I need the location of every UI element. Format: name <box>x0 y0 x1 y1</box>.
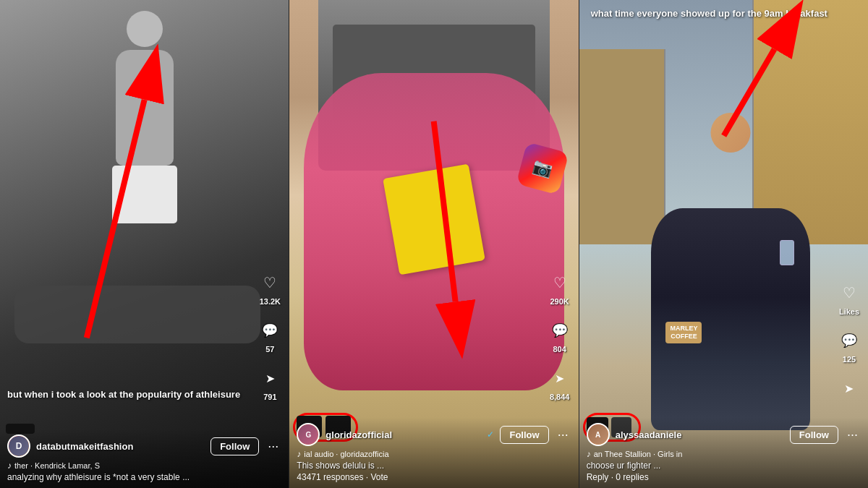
panel-3-side-icons: ♡ Likes 💬 125 ➤ <box>836 280 862 401</box>
more-button-3[interactable]: ··· <box>844 427 861 442</box>
video-panel-1: but when i took a look at the popularity… <box>0 0 289 488</box>
more-button-1[interactable]: ··· <box>265 439 281 454</box>
description-3: choose ur fighter ... <box>587 461 861 471</box>
comments-count-3: 125 <box>843 355 856 364</box>
verified-badge-2: ✓ <box>487 429 494 440</box>
likes-group-2[interactable]: ♡ 290K <box>547 270 573 306</box>
shares-group-3[interactable]: ➤ <box>836 375 862 401</box>
music-note-1: ♪ <box>7 461 12 471</box>
video-panel-2: 📷 ♡ 290K 💬 804 <box>289 0 579 488</box>
likes-label-3: Likes <box>839 307 859 316</box>
music-note-3: ♪ <box>587 449 591 459</box>
comments-count-2: 804 <box>553 345 566 354</box>
heart-icon-3[interactable]: ♡ <box>836 280 862 306</box>
comment-icon-3[interactable]: 💬 <box>836 328 862 354</box>
response-text-3: Reply · 0 replies <box>587 472 861 482</box>
video-panel-3: MARLEYCOFFEE what time everyone showed u… <box>579 0 868 488</box>
share-icon-3[interactable]: ➤ <box>836 375 862 401</box>
likes-group-1[interactable]: ♡ 13.2K <box>257 270 283 306</box>
comments-count-1: 57 <box>265 345 274 354</box>
avatar-1[interactable]: D <box>7 435 30 458</box>
avatar-3[interactable]: A <box>587 423 610 446</box>
comments-group-3[interactable]: 💬 125 <box>836 328 862 364</box>
comments-group-1[interactable]: 💬 57 <box>257 317 283 354</box>
shares-count-1: 791 <box>263 393 276 401</box>
panel-1-caption: but when i took a look at the popularity… <box>7 388 252 401</box>
marley-coffee-sign: MARLEYCOFFEE <box>665 322 702 343</box>
panel-1-bottom-bar: D databutmakeitfashion Follow ··· ♪ ther… <box>0 429 289 488</box>
heart-icon-2[interactable]: ♡ <box>547 270 573 296</box>
share-icon-1[interactable]: ➤ <box>257 365 283 391</box>
follow-button-1[interactable]: Follow <box>210 437 259 455</box>
follow-button-3[interactable]: Follow <box>790 426 838 444</box>
music-note-2: ♪ <box>297 449 301 459</box>
description-1: analyzing why athleisure is *not a very … <box>7 472 281 482</box>
response-text-2: 43471 responses · Vote <box>297 472 571 482</box>
likes-count-2: 290K <box>550 297 569 306</box>
likes-group-3[interactable]: ♡ Likes <box>836 280 862 316</box>
panel-3-caption: what time everyone showed up for the 9am… <box>587 7 832 20</box>
panel-1-side-icons: ♡ 13.2K 💬 57 ➤ 791 <box>257 270 283 401</box>
avatar-2[interactable]: G <box>297 423 320 446</box>
comment-icon-2[interactable]: 💬 <box>547 317 573 343</box>
comments-group-2[interactable]: 💬 804 <box>547 317 573 354</box>
more-button-2[interactable]: ··· <box>555 427 571 442</box>
username-3: alyssaadaniele <box>616 429 784 440</box>
panel-2-bottom-bar: G gloridazofficial ✓ Follow ··· ♪ ial au… <box>289 417 578 488</box>
sound-text-1: ther · Kendrick Lamar, S <box>14 461 100 470</box>
username-1: databutmakeitfashion <box>36 441 205 452</box>
share-icon-2[interactable]: ➤ <box>547 365 573 391</box>
sound-text-3: an Thee Stallion · Girls in <box>594 450 683 458</box>
shares-group-2[interactable]: ➤ 8,844 <box>547 365 573 401</box>
panel-2-side-icons: ♡ 290K 💬 804 ➤ 8,844 <box>547 270 573 401</box>
heart-icon-1[interactable]: ♡ <box>257 270 283 296</box>
likes-count-1: 13.2K <box>260 297 281 306</box>
comment-icon-1[interactable]: 💬 <box>257 317 283 343</box>
description-2: This shows delulu is ... <box>297 461 571 471</box>
shares-count-2: 8,844 <box>550 393 570 401</box>
username-2: gloridazofficial <box>326 429 481 440</box>
follow-button-2[interactable]: Follow <box>500 426 548 444</box>
shares-group-1[interactable]: ➤ 791 <box>257 365 283 401</box>
sound-text-2: ial audio · gloridazofficia <box>304 450 388 458</box>
panel-3-bottom-bar: A alyssaadaniele Follow ··· ♪ an Thee St… <box>579 417 868 488</box>
